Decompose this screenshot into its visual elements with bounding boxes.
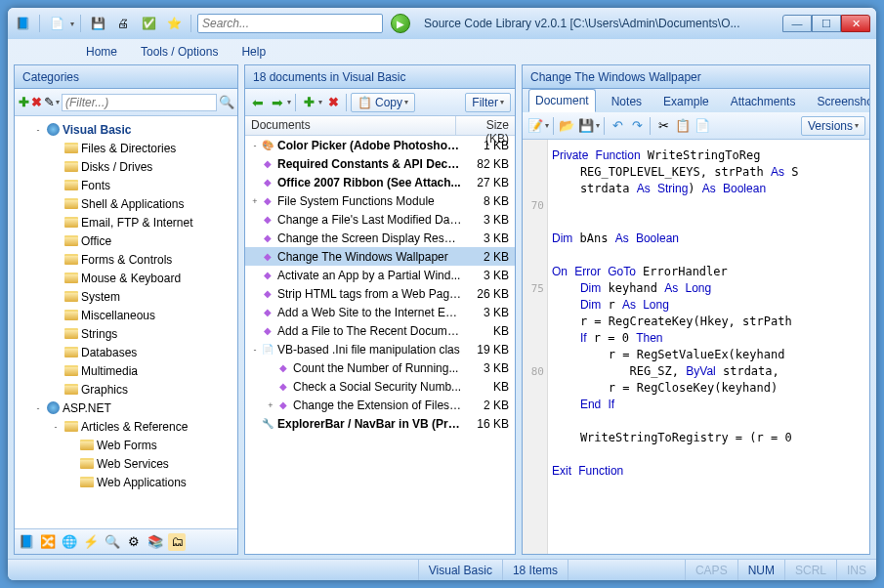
categories-tree[interactable]: -Visual BasicFiles & DirectoriesDisks / … (15, 116, 237, 528)
tree-item[interactable]: Office (17, 231, 235, 250)
document-row[interactable]: ◆Count the Number of Running...3 KB (245, 358, 515, 377)
document-row[interactable]: +◆File System Functions Module8 KB (245, 191, 515, 210)
col-documents: Documents (245, 116, 456, 135)
tree-item[interactable]: Fonts (17, 176, 235, 194)
add-icon[interactable]: ✚ (19, 94, 29, 111)
save-code-icon[interactable]: 💾 (577, 117, 595, 135)
tree-item[interactable]: Disks / Drives (17, 157, 235, 176)
edit-icon[interactable]: ✎ (44, 94, 55, 111)
document-row[interactable]: ◆Add a File to The Recent Docume...KB (245, 321, 515, 340)
menu-help[interactable]: Help (241, 45, 266, 59)
document-row[interactable]: 🔧ExplorerBar / NavBar in VB (Proj...16 K… (245, 414, 515, 433)
document-row[interactable]: ◆Change the Screen Display Resolu...3 KB (245, 229, 515, 247)
minimize-button[interactable]: — (782, 15, 812, 32)
tree-item[interactable]: -ASP.NET (17, 399, 235, 417)
tree-item[interactable]: Databases (17, 343, 235, 361)
code-body[interactable]: Private Function WriteStringToReg REG_TO… (548, 140, 869, 554)
document-row[interactable]: -📄VB-based .Ini file manipulation clas19… (245, 340, 515, 358)
print-icon[interactable]: 🖨 (112, 13, 134, 34)
new-icon[interactable]: 📄 (46, 13, 67, 34)
tab-screenshots[interactable]: Screenshots (811, 91, 870, 112)
db-icon[interactable]: 🗂 (168, 533, 186, 551)
doc-name: Change The Windows Wallpaper (274, 250, 462, 264)
viewer-header: Change The Windows Wallpaper (523, 65, 869, 89)
tree-item[interactable]: Shell & Applications (17, 194, 235, 213)
document-row[interactable]: ◆Strip HTML tags from a Web Page...26 KB (245, 284, 515, 303)
tree-item[interactable]: Strings (17, 324, 235, 343)
globe-icon (47, 123, 60, 136)
back-icon[interactable]: ⬅ (249, 94, 267, 111)
tree-item[interactable]: Web Forms (17, 436, 235, 454)
categories-filter[interactable] (62, 94, 217, 111)
document-row[interactable]: ◆Required Constants & API Decla...82 KB (245, 154, 515, 173)
menu-tools[interactable]: Tools / Options (141, 45, 218, 59)
save-icon[interactable]: 💾 (87, 13, 108, 34)
doc-icon: ◆ (261, 287, 274, 301)
redo-icon[interactable]: ↷ (628, 117, 646, 135)
tree-item[interactable]: System (17, 287, 235, 306)
document-row[interactable]: ◆Change The Windows Wallpaper2 KB (245, 247, 515, 266)
search-icon[interactable]: 🔍 (104, 533, 121, 551)
paste-icon[interactable]: 📄 (694, 117, 711, 135)
go-button[interactable]: ▶ (391, 14, 410, 33)
undo-icon[interactable]: ↶ (609, 117, 626, 135)
del-doc-icon[interactable]: ✖ (324, 94, 342, 111)
code-editor[interactable]: 70 75 80 Private Function WriteStringToR… (523, 140, 869, 554)
document-row[interactable]: -🎨Color Picker (Adobe Photoshop ...1 KB (245, 136, 515, 154)
tab-attachments[interactable]: Attachments (725, 91, 802, 112)
document-row[interactable]: ◆Check a Social Security Numb...KB (245, 377, 515, 396)
close-button[interactable]: ✕ (841, 15, 870, 32)
tree-item[interactable]: Multimedia (17, 361, 235, 380)
filter-go-icon[interactable]: 🔍 (219, 94, 234, 111)
star-icon[interactable]: ⭐ (163, 13, 185, 34)
tree-item[interactable]: Forms & Controls (17, 250, 235, 269)
document-row[interactable]: ◆Change a File's Last Modified Date...3 … (245, 210, 515, 229)
filter-button[interactable]: Filter ▾ (465, 93, 511, 112)
status-ins: INS (836, 560, 876, 580)
doc-name: Color Picker (Adobe Photoshop ... (274, 139, 462, 152)
tree-item[interactable]: Files & Directories (17, 139, 235, 157)
tree-item[interactable]: Mouse & Keyboard (17, 269, 235, 287)
tab-notes[interactable]: Notes (606, 91, 648, 112)
doc-name: Change the Extension of Files i... (290, 399, 462, 412)
tab-example[interactable]: Example (657, 91, 715, 112)
tree-item[interactable]: Miscellaneous (17, 306, 235, 324)
tree-item[interactable]: Web Services (17, 454, 235, 473)
status-scrl: SCRL (784, 560, 836, 580)
gear-icon[interactable]: ⚙ (125, 533, 143, 551)
cut-icon[interactable]: ✂ (654, 117, 672, 135)
globe-icon[interactable]: 🌐 (61, 533, 78, 551)
tree-item[interactable]: -Articles & Reference (17, 417, 235, 436)
vb-icon[interactable]: 📘 (18, 533, 35, 551)
tree-item[interactable]: Email, FTP & Internet (17, 213, 235, 231)
sort-icon[interactable]: 🔀 (39, 533, 57, 551)
wand-icon[interactable]: ⚡ (82, 533, 100, 551)
document-row[interactable]: ◆Office 2007 Ribbon (See Attach...27 KB (245, 173, 515, 191)
doc-icon: ◆ (261, 176, 274, 189)
status-items: 18 Items (502, 560, 568, 580)
search-input[interactable] (197, 14, 383, 33)
tree-item[interactable]: Graphics (17, 380, 235, 399)
open-icon[interactable]: 📂 (558, 117, 575, 135)
books-icon[interactable]: 📚 (147, 533, 164, 551)
doc-name: Activate an App by a Partial Wind... (274, 269, 462, 282)
documents-list[interactable]: -🎨Color Picker (Adobe Photoshop ...1 KB◆… (245, 136, 515, 554)
add-doc-icon[interactable]: ✚ (300, 94, 317, 111)
versions-button[interactable]: Versions ▾ (801, 116, 865, 136)
check-icon[interactable]: ✅ (138, 13, 159, 34)
document-row[interactable]: ◆Add a Web Site to the Internet Exp...3 … (245, 303, 515, 321)
forward-icon[interactable]: ➡ (269, 94, 286, 111)
maximize-button[interactable]: ☐ (812, 15, 841, 32)
menu-home[interactable]: Home (86, 45, 117, 59)
document-row[interactable]: ◆Activate an App by a Partial Wind...3 K… (245, 266, 515, 284)
tree-item[interactable]: Web Applications (17, 473, 235, 491)
copy-icon[interactable]: 📋 (674, 117, 692, 135)
tree-item[interactable]: -Visual Basic (17, 120, 235, 139)
tab-document[interactable]: Document (528, 89, 596, 112)
new-code-icon[interactable]: 📝 (526, 117, 544, 135)
doc-name: File System Functions Module (274, 194, 462, 208)
status-num: NUM (737, 560, 784, 580)
copy-button[interactable]: 📋 Copy ▾ (351, 93, 415, 112)
document-row[interactable]: +◆Change the Extension of Files i...2 KB (245, 396, 515, 414)
delete-icon[interactable]: ✖ (31, 94, 42, 111)
